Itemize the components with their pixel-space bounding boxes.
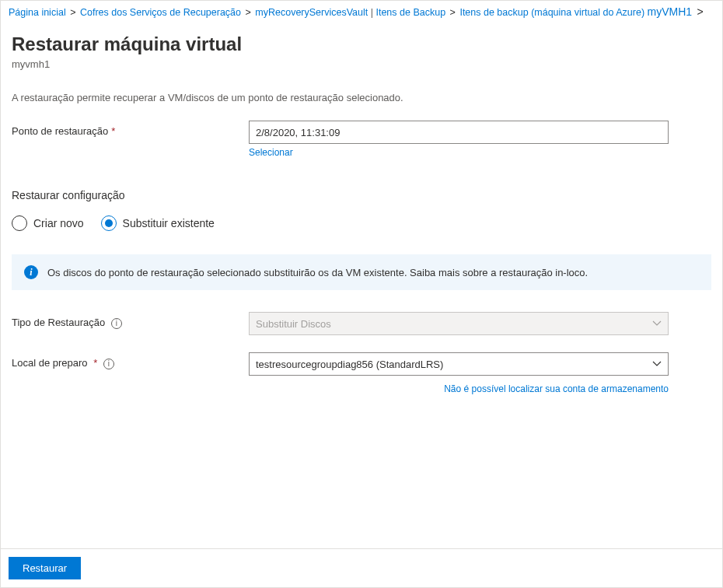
page-title: Restaurar máquina virtual (12, 33, 711, 55)
chevron-down-icon (652, 361, 662, 367)
breadcrumb-sep: > (68, 7, 77, 18)
restore-type-value: Substituir Discos (256, 318, 331, 330)
breadcrumb-home[interactable]: Página inicial (9, 7, 66, 18)
chevron-down-icon (652, 320, 662, 327)
restore-type-select: Substituir Discos (249, 312, 669, 335)
breadcrumb-backup-items[interactable]: Itens de Backup (375, 7, 445, 18)
info-icon: i (24, 265, 38, 279)
restore-point-input[interactable] (249, 121, 669, 144)
breadcrumb-backup-items-type[interactable]: Itens de backup (máquina virtual do Azur… (459, 7, 644, 18)
radio-icon (12, 215, 27, 231)
breadcrumb: Página inicial > Cofres dos Serviços de … (1, 1, 722, 21)
radio-create-new-label: Criar novo (33, 217, 84, 229)
footer: Restaurar (1, 548, 722, 587)
radio-create-new[interactable]: Criar novo (12, 215, 84, 231)
info-tooltip-icon[interactable]: i (111, 318, 122, 329)
restore-config-radio-group: Criar novo Substituir existente (12, 215, 711, 231)
info-tooltip-icon[interactable]: i (103, 359, 114, 369)
info-banner: i Os discos do ponto de restauração sele… (12, 254, 711, 290)
radio-replace-existing[interactable]: Substituir existente (101, 215, 215, 231)
required-icon: * (111, 125, 115, 137)
select-restore-point-link[interactable]: Selecionar (249, 147, 293, 158)
radio-icon-selected (101, 215, 117, 231)
required-icon: * (93, 357, 97, 369)
restore-type-label: Tipo de Restauração i (12, 312, 249, 329)
breadcrumb-vaults[interactable]: Cofres dos Serviços de Recuperação (80, 7, 241, 18)
breadcrumb-vault-name[interactable]: myRecoveryServicesVault (255, 7, 368, 18)
restore-config-heading: Restaurar configuração (12, 189, 711, 201)
storage-account-help-link[interactable]: Não é possível localizar sua conta de ar… (444, 383, 669, 394)
staging-location-value: testresourcegroupdiag856 (StandardLRS) (256, 359, 443, 370)
page-description: A restauração permite recuperar a VM/dis… (12, 92, 711, 103)
info-message: Os discos do ponto de restauração seleci… (47, 267, 588, 278)
breadcrumb-sep: > (449, 7, 457, 18)
breadcrumb-sep: > (244, 7, 253, 18)
radio-replace-existing-label: Substituir existente (123, 217, 215, 229)
staging-location-select[interactable]: testresourcegroupdiag856 (StandardLRS) (249, 352, 669, 376)
breadcrumb-vm-name[interactable]: myVMH1 (648, 5, 693, 18)
restore-point-label: Ponto de restauração* (12, 121, 249, 137)
page-subtitle: myvmh1 (12, 58, 711, 70)
restore-button[interactable]: Restaurar (9, 557, 81, 579)
staging-location-label: Local de preparo * i (12, 352, 249, 369)
breadcrumb-chevron-right-icon: > (695, 5, 704, 18)
